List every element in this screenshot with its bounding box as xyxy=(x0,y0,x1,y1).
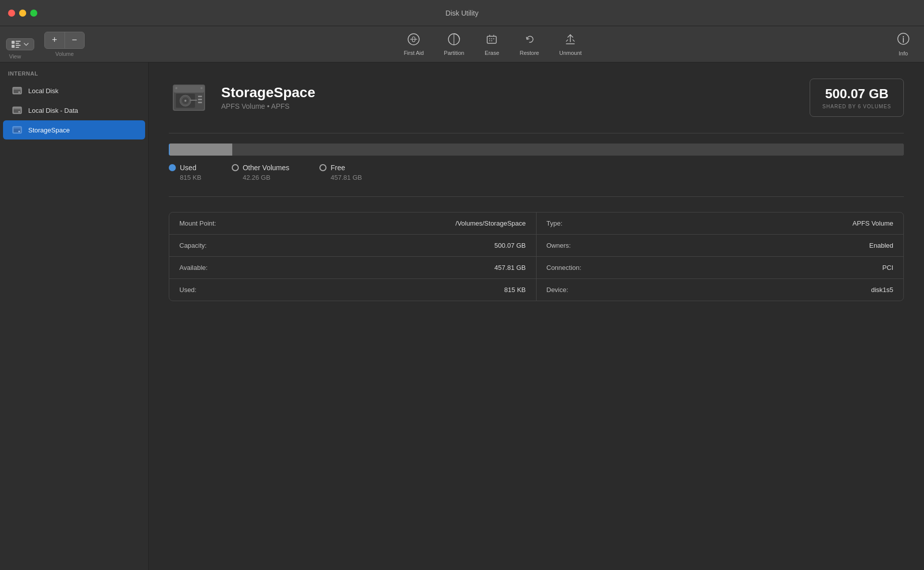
divider-bottom xyxy=(169,196,904,197)
svg-rect-31 xyxy=(174,86,204,93)
volume-subtitle: APFS Volume • APFS xyxy=(221,102,798,110)
sidebar-section-internal: Internal xyxy=(0,68,148,81)
content-area: StorageSpace APFS Volume • APFS 500.07 G… xyxy=(149,62,924,570)
volume-name: StorageSpace xyxy=(221,85,798,101)
svg-rect-1 xyxy=(12,45,15,48)
bar-other xyxy=(170,144,232,156)
maximize-button[interactable] xyxy=(30,10,37,17)
svg-rect-23 xyxy=(14,108,21,109)
divider-top xyxy=(169,133,904,133)
local-disk-label: Local Disk xyxy=(28,87,58,95)
erase-label: Erase xyxy=(485,50,499,56)
title-bar: Disk Utility xyxy=(0,0,924,26)
unmount-label: Unmount xyxy=(559,50,582,56)
info-col-left: Mount Point:/Volumes/StorageSpaceCapacit… xyxy=(169,212,537,301)
info-row: Capacity:500.07 GB xyxy=(169,235,536,257)
toolbar-left: View xyxy=(6,38,34,50)
storage-space-icon xyxy=(11,124,23,136)
sidebar-item-local-disk-data[interactable]: Local Disk - Data xyxy=(3,101,145,120)
volume-size-box: 500.07 GB SHARED BY 6 VOLUMES xyxy=(810,79,904,117)
svg-rect-2 xyxy=(16,41,21,42)
svg-rect-19 xyxy=(14,88,21,90)
close-button[interactable] xyxy=(8,10,15,17)
svg-point-28 xyxy=(19,131,20,132)
info-icon xyxy=(897,32,910,48)
storage-legend: Used 815 KB Other Volumes 42.26 GB Free … xyxy=(169,164,904,181)
first-aid-button[interactable]: First Aid xyxy=(393,30,434,59)
partition-button[interactable]: Partition xyxy=(434,30,474,59)
info-label: Info xyxy=(899,50,908,56)
svg-rect-0 xyxy=(12,41,15,44)
first-aid-icon xyxy=(407,33,420,48)
sidebar: Internal Local Disk xyxy=(0,62,149,570)
partition-icon xyxy=(447,33,460,48)
shared-label: SHARED BY 6 VOLUMES xyxy=(822,104,891,109)
erase-button[interactable]: Erase xyxy=(474,30,509,59)
svg-rect-39 xyxy=(198,102,202,103)
free-dot xyxy=(319,164,326,171)
volume-icon xyxy=(169,78,209,118)
toolbar-right: Info xyxy=(889,29,918,59)
info-row: Mount Point:/Volumes/StorageSpace xyxy=(169,212,536,235)
toolbar: View + − Volume First Aid xyxy=(0,26,924,62)
svg-rect-3 xyxy=(16,43,19,44)
other-label: Other Volumes xyxy=(243,164,290,172)
info-row: Device:disk1s5 xyxy=(537,279,904,301)
traffic-lights xyxy=(8,10,37,17)
info-row: Owners:Enabled xyxy=(537,235,904,257)
svg-point-15 xyxy=(903,36,904,37)
minimize-button[interactable] xyxy=(19,10,26,17)
view-label: View xyxy=(9,53,21,59)
svg-point-20 xyxy=(19,92,20,93)
local-disk-data-icon xyxy=(11,104,23,116)
storage-bar-wrap xyxy=(169,144,904,156)
view-icon xyxy=(12,41,21,48)
volume-header: StorageSpace APFS Volume • APFS 500.07 G… xyxy=(169,78,904,118)
free-label: Free xyxy=(331,164,345,172)
legend-other: Other Volumes 42.26 GB xyxy=(232,164,290,181)
bar-free xyxy=(232,144,904,156)
legend-used: Used 815 KB xyxy=(169,164,202,181)
volume-controls: + − Volume xyxy=(44,32,85,57)
restore-label: Restore xyxy=(519,50,539,56)
add-volume-button[interactable]: + xyxy=(45,32,65,48)
volume-button-group: + − xyxy=(44,32,85,49)
info-row: Connection:PCI xyxy=(537,257,904,279)
unmount-icon xyxy=(564,33,577,48)
restore-button[interactable]: Restore xyxy=(509,30,549,59)
info-table: Mount Point:/Volumes/StorageSpaceCapacit… xyxy=(169,212,904,301)
info-button[interactable]: Info xyxy=(889,29,918,59)
view-button[interactable] xyxy=(6,38,34,50)
other-value: 42.26 GB xyxy=(232,174,290,181)
svg-point-35 xyxy=(184,100,186,102)
first-aid-label: First Aid xyxy=(404,50,424,56)
restore-icon xyxy=(523,33,536,48)
info-row: Type:APFS Volume xyxy=(537,212,904,235)
other-dot xyxy=(232,164,239,171)
legend-free: Free 457.81 GB xyxy=(319,164,362,181)
volume-label: Volume xyxy=(55,51,74,57)
info-row: Used:815 KB xyxy=(169,279,536,301)
svg-rect-38 xyxy=(198,99,202,100)
svg-point-24 xyxy=(19,111,20,113)
free-value: 457.81 GB xyxy=(319,174,362,181)
erase-icon xyxy=(485,33,498,48)
svg-point-41 xyxy=(201,87,203,89)
volume-size: 500.07 GB xyxy=(822,86,891,102)
svg-rect-5 xyxy=(16,47,19,48)
svg-point-40 xyxy=(175,87,177,89)
storage-space-label: StorageSpace xyxy=(28,126,70,134)
svg-rect-4 xyxy=(16,45,21,46)
volume-info: StorageSpace APFS Volume • APFS xyxy=(221,85,798,111)
sidebar-item-local-disk[interactable]: Local Disk xyxy=(3,81,145,100)
partition-label: Partition xyxy=(444,50,464,56)
info-row: Available:457.81 GB xyxy=(169,257,536,279)
local-disk-icon xyxy=(11,85,23,97)
used-dot xyxy=(169,164,176,171)
storage-bar xyxy=(169,144,904,156)
used-label: Used xyxy=(180,164,196,172)
sidebar-item-storage-space[interactable]: StorageSpace xyxy=(3,120,145,139)
unmount-button[interactable]: Unmount xyxy=(549,30,592,59)
chevron-down-icon xyxy=(24,43,29,46)
remove-volume-button[interactable]: − xyxy=(65,32,85,48)
